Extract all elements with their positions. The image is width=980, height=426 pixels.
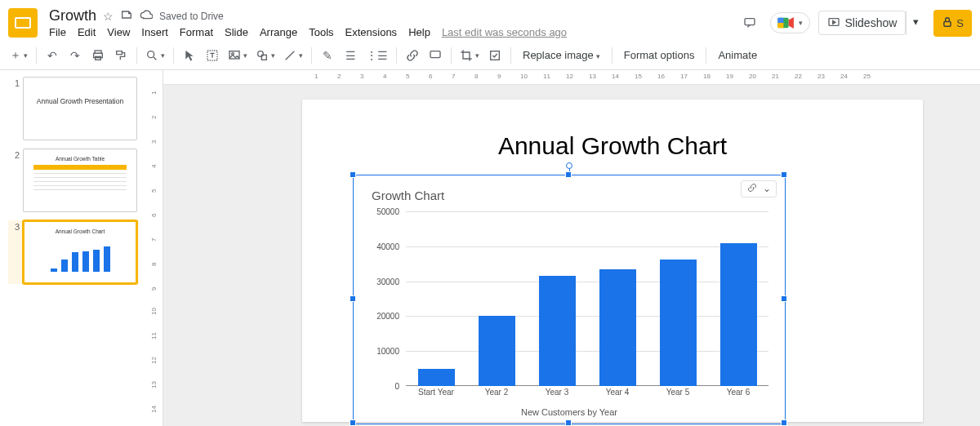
menu-slide[interactable]: Slide (225, 26, 248, 38)
image-tool[interactable] (225, 45, 251, 66)
thumb-title: Annual Growth Presentation (37, 97, 123, 105)
svg-rect-7 (944, 21, 951, 26)
shape-tool[interactable] (252, 45, 278, 66)
svg-rect-0 (745, 19, 755, 25)
slide-number: 3 (8, 220, 20, 284)
link-icon[interactable] (746, 183, 758, 195)
filmstrip[interactable]: 1 Annual Growth Presentation 2 Annual Gr… (0, 70, 147, 426)
chart-bar (599, 269, 636, 386)
vertical-ruler: 1234567891011121314 (147, 70, 163, 426)
menu-edit[interactable]: Edit (78, 26, 96, 38)
link-button[interactable] (402, 45, 423, 66)
mask-button[interactable] (484, 45, 506, 66)
chart-x-axis-title: New Customers by Year (354, 407, 785, 417)
menu-bar: File Edit View Insert Format Slide Arran… (49, 26, 567, 38)
thumb-title: Annual Growth Chart (56, 229, 105, 234)
chevron-down-icon[interactable]: ⌄ (763, 183, 771, 195)
chart-bar (660, 260, 697, 386)
menu-view[interactable]: View (107, 26, 130, 38)
bulleted-list-tool[interactable]: ⋮☰ (363, 45, 391, 66)
menu-insert[interactable]: Insert (141, 26, 168, 38)
paint-format-button[interactable] (110, 45, 131, 66)
list-tool[interactable]: ☰ (340, 45, 361, 66)
svg-rect-18 (430, 51, 440, 57)
slide-number: 2 (8, 149, 20, 212)
star-icon[interactable]: ☆ (103, 10, 114, 23)
slide-number: 1 (8, 77, 20, 140)
document-title[interactable]: Growth (49, 7, 96, 24)
format-options-button[interactable]: Format options (617, 49, 702, 61)
toolbar: ＋ ↶ ↷ ✎ ☰ ⋮☰ Replace image For (0, 41, 980, 70)
select-tool[interactable] (179, 45, 200, 66)
print-button[interactable] (87, 45, 109, 66)
crop-button[interactable] (457, 45, 483, 66)
menu-format[interactable]: Format (180, 26, 213, 38)
replace-image-button[interactable]: Replace image (516, 49, 607, 61)
chart-bar (418, 369, 455, 386)
highlighter-tool[interactable]: ✎ (317, 45, 338, 66)
menu-help[interactable]: Help (408, 26, 430, 38)
menu-file[interactable]: File (49, 26, 66, 38)
svg-rect-10 (96, 56, 101, 60)
svg-marker-12 (185, 51, 193, 61)
slide-thumb-1[interactable]: Annual Growth Presentation (23, 77, 137, 140)
svg-marker-6 (832, 20, 835, 24)
svg-point-11 (148, 51, 154, 57)
comments-button[interactable] (737, 11, 762, 35)
rotate-handle[interactable] (566, 162, 572, 169)
cloud-saved-icon[interactable] (140, 8, 153, 24)
meet-button[interactable]: ▾ (770, 12, 810, 33)
canvas-area[interactable]: Annual Growth Chart (163, 85, 980, 426)
svg-rect-2 (777, 18, 783, 23)
svg-point-16 (258, 51, 264, 56)
svg-rect-3 (777, 23, 783, 28)
thumb-title: Annual Growth Table (56, 156, 105, 162)
move-icon[interactable] (120, 8, 133, 24)
slide-canvas[interactable]: Annual Growth Chart (302, 100, 923, 422)
animate-button[interactable]: Animate (711, 49, 764, 61)
chart-title: Growth Chart (372, 189, 767, 202)
zoom-button[interactable] (142, 45, 168, 66)
chart-x-labels: Start YearYear 2Year 3Year 4Year 5Year 6 (406, 388, 768, 401)
text-box-tool[interactable] (202, 45, 223, 66)
lock-icon (942, 16, 953, 30)
redo-button[interactable]: ↷ (65, 45, 86, 66)
chart-bar (479, 316, 515, 386)
chart-bar (539, 276, 576, 386)
menu-extensions[interactable]: Extensions (345, 26, 398, 38)
menu-arrange[interactable]: Arrange (260, 26, 297, 38)
new-slide-button[interactable]: ＋ (7, 45, 31, 66)
slideshow-dropdown[interactable]: ▾ (906, 11, 925, 35)
chart-object[interactable]: ⌄ Growth Chart 0100002000030000400005000… (353, 175, 786, 424)
save-status: Saved to Drive (159, 11, 224, 22)
slide-thumb-3[interactable]: Annual Growth Chart (23, 220, 137, 284)
slide-thumb-2[interactable]: Annual Growth Table (23, 149, 137, 212)
svg-rect-14 (229, 51, 239, 58)
comment-button[interactable] (425, 45, 446, 66)
share-label: S (956, 17, 964, 29)
linked-chart-controls[interactable]: ⌄ (741, 180, 777, 197)
share-button[interactable]: S (933, 10, 972, 37)
chart-plot-area (406, 211, 768, 386)
svg-marker-4 (788, 17, 793, 29)
slideshow-label: Slideshow (845, 16, 898, 29)
undo-button[interactable]: ↶ (42, 45, 63, 66)
line-tool[interactable] (280, 45, 306, 66)
slides-logo[interactable] (8, 8, 38, 38)
chart-bar (720, 243, 757, 386)
chevron-down-icon: ▾ (799, 19, 803, 27)
chart-y-axis: 01000020000300004000050000 (372, 211, 403, 386)
last-edit-link[interactable]: Last edit was seconds ago (442, 26, 567, 38)
menu-tools[interactable]: Tools (309, 26, 333, 38)
slide-title[interactable]: Annual Growth Chart (302, 132, 923, 160)
svg-rect-19 (491, 51, 500, 60)
slideshow-button[interactable]: Slideshow (818, 11, 906, 35)
horizontal-ruler: 1234567891011121314151617181920212223242… (163, 70, 980, 85)
